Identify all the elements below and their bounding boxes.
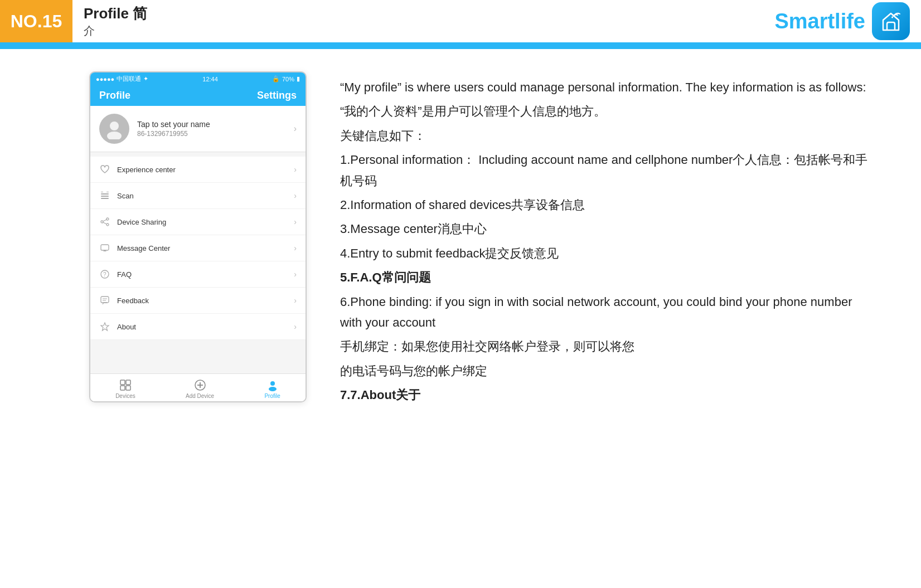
svg-line-11 [103, 220, 106, 221]
profile-nav-icon [266, 378, 279, 392]
menu-chevron-icon: › [294, 322, 297, 331]
svg-point-2 [107, 132, 122, 139]
desc-line1: “My profile” is where users could manage… [340, 77, 876, 98]
desc-item6b: 手机绑定：如果您使用社交网络帐户登录，则可以将您 [340, 336, 876, 357]
svg-point-9 [101, 221, 103, 223]
svg-rect-6 [101, 192, 103, 192]
profile-name: Tap to set your name [137, 120, 286, 129]
profile-row[interactable]: Tap to set your name 86-13296719955 › [90, 106, 306, 152]
nav-item-profile[interactable]: Profile [264, 378, 280, 399]
add-device-nav-icon [193, 378, 207, 392]
svg-point-27 [269, 387, 277, 391]
brand-name: Smartlife [774, 9, 865, 33]
menu-item-scan[interactable]: Scan › [90, 183, 306, 209]
profile-info: Tap to set your name 86-13296719955 [137, 120, 286, 138]
main-content: ●●●●● 中国联通 ✦ 12:44 🔒 70% ▮ Profile Setti… [0, 49, 921, 431]
scan-label: Scan [117, 192, 287, 200]
battery-text: 70% [282, 76, 294, 82]
status-bar-left: ●●●●● 中国联通 ✦ [96, 75, 148, 83]
desc-item3: 3.Message center消息中心 [340, 218, 876, 239]
status-bar: ●●●●● 中国联通 ✦ 12:44 🔒 70% ▮ [90, 72, 306, 85]
about-label: About [117, 323, 287, 331]
section-divider [90, 152, 306, 157]
scan-icon [99, 190, 110, 201]
device-sharing-label: Device Sharing [117, 218, 287, 226]
menu-chevron-icon: › [294, 244, 297, 252]
share-icon [99, 216, 110, 227]
svg-rect-7 [106, 192, 109, 192]
wifi-icon: ✦ [143, 75, 148, 82]
desc-line3: 关键信息如下： [340, 125, 876, 146]
desc-line2: “我的个人资料”是用户可以管理个人信息的地方。 [340, 101, 876, 122]
desc-item4: 4.Entry to submit feedback提交反馈意见 [340, 243, 876, 264]
menu-chevron-icon: › [294, 270, 297, 279]
devices-nav-label: Devices [115, 393, 135, 399]
no-badge: NO.15 [0, 0, 72, 42]
svg-rect-19 [120, 380, 125, 385]
profile-nav-label: Profile [264, 393, 280, 399]
header-right: Smartlife [774, 2, 910, 40]
status-bar-right: 🔒 70% ▮ [272, 75, 300, 82]
svg-point-26 [270, 381, 275, 386]
menu-chevron-icon: › [294, 191, 297, 200]
svg-point-8 [106, 218, 109, 220]
nav-item-add-device[interactable]: Add Device [186, 378, 214, 399]
header-left: NO.15 Profile 简 介 [0, 0, 147, 42]
profile-chevron-icon: › [294, 124, 297, 134]
blue-divider-bar [0, 45, 921, 49]
menu-chevron-icon: › [294, 296, 297, 305]
message-center-label: Message Center [117, 244, 287, 252]
heart-icon [99, 164, 110, 175]
svg-line-12 [103, 222, 106, 224]
svg-rect-20 [126, 380, 130, 385]
svg-rect-22 [126, 386, 130, 390]
nav-item-devices[interactable]: Devices [115, 378, 135, 399]
desc-item6: 6.Phone binding: if you sign in with soc… [340, 291, 876, 333]
menu-item-about[interactable]: About › [90, 314, 306, 340]
desc-item6c: 的电话号码与您的帐户绑定 [340, 361, 876, 381]
menu-item-device-sharing[interactable]: Device Sharing › [90, 209, 306, 235]
header-title-sub: 介 [84, 23, 147, 38]
svg-rect-13 [101, 245, 109, 250]
devices-nav-icon [119, 378, 132, 392]
feedback-label: Feedback [117, 297, 287, 305]
svg-rect-16 [101, 297, 109, 303]
description-text: “My profile” is where users could manage… [340, 71, 876, 409]
carrier-name: 中国联通 [117, 75, 141, 83]
menu-item-experience-center[interactable]: Experience center › [90, 157, 306, 183]
faq-label: FAQ [117, 270, 287, 279]
svg-point-1 [110, 122, 119, 130]
svg-rect-4 [101, 196, 109, 197]
menu-chevron-icon: › [294, 217, 297, 226]
settings-link[interactable]: Settings [257, 90, 297, 101]
bottom-nav: Devices Add Device [90, 373, 306, 401]
app-title: Profile [99, 90, 130, 101]
svg-rect-5 [101, 198, 109, 199]
phone-mockup: ●●●●● 中国联通 ✦ 12:44 🔒 70% ▮ Profile Setti… [89, 71, 307, 402]
about-icon [99, 321, 110, 332]
desc-item1: 1.Personal information： Including accoun… [340, 149, 876, 191]
menu-item-feedback[interactable]: Feedback › [90, 288, 306, 314]
svg-point-0 [891, 17, 893, 18]
svg-rect-21 [120, 386, 125, 390]
menu-chevron-icon: › [294, 165, 297, 174]
add-device-nav-label: Add Device [186, 393, 214, 399]
svg-text:?: ? [103, 271, 106, 278]
lock-icon: 🔒 [272, 75, 280, 82]
battery-icon: ▮ [297, 75, 300, 82]
desc-item2: 2.Information of shared devices共享设备信息 [340, 195, 876, 215]
gray-spacer [90, 340, 306, 373]
desc-item5: 5.F.A.Q常问问题 [340, 267, 876, 288]
signal-dots: ●●●●● [96, 76, 114, 82]
header-title: Profile 简 介 [72, 0, 147, 42]
menu-item-faq[interactable]: ? FAQ › [90, 261, 306, 288]
avatar [99, 114, 129, 144]
status-time: 12:44 [202, 76, 218, 82]
svg-rect-3 [101, 193, 109, 195]
menu-item-message-center[interactable]: Message Center › [90, 235, 306, 261]
page-header: NO.15 Profile 简 介 Smartlife [0, 0, 921, 45]
profile-phone: 86-13296719955 [137, 130, 286, 138]
app-header-bar: Profile Settings [90, 85, 306, 106]
desc-item7: 7.7.About关于 [340, 385, 876, 405]
smartlife-logo-icon [872, 2, 910, 40]
